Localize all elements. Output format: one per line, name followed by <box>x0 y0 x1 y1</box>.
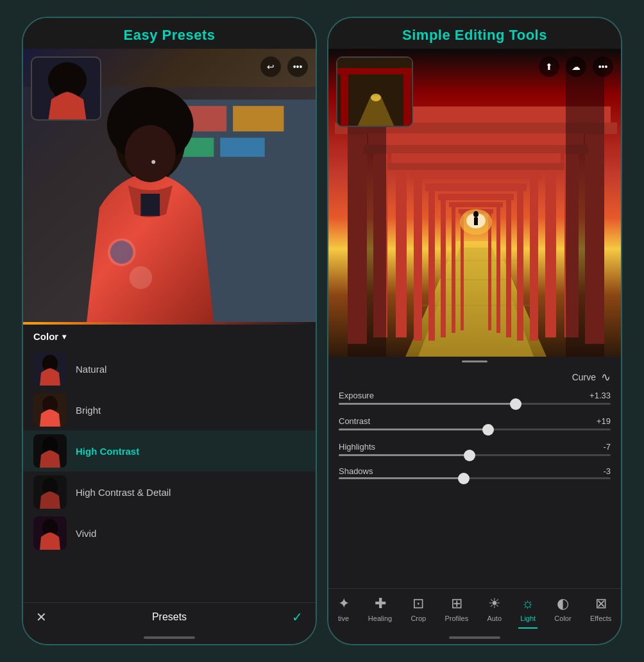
shadows-fill <box>339 477 464 479</box>
toolbar-profiles[interactable]: ⊞ Profiles <box>439 593 473 625</box>
right-bottom-toolbar: ✦ tive ✚ Healing ⊡ Crop ⊞ Profiles ☀ A <box>328 588 621 631</box>
cloud-button[interactable]: ☁ <box>566 56 586 77</box>
share-button[interactable]: ⬆ <box>539 56 559 77</box>
svg-rect-5 <box>233 106 284 132</box>
preset-name-vivid: Vivid <box>76 528 96 539</box>
exposure-thumb <box>510 398 521 410</box>
preset-item-bright[interactable]: Bright <box>23 389 316 430</box>
highlights-thumb <box>464 450 475 461</box>
left-bottom-bar: ✕ Presets ✓ <box>23 602 316 631</box>
svg-point-10 <box>125 125 176 182</box>
right-photo-icons: ⬆ ☁ ••• <box>539 56 613 77</box>
right-phone-header: Simple Editing Tools <box>328 18 621 49</box>
left-home-bar <box>144 636 195 639</box>
preset-thumb-high-contrast-detail <box>33 475 67 509</box>
shadows-track[interactable] <box>339 477 611 479</box>
curve-icon[interactable]: ∿ <box>601 370 611 384</box>
left-phone-header: Easy Presets <box>23 18 316 49</box>
toolbar-effects[interactable]: ⊠ Effects <box>585 593 616 625</box>
exposure-label: Exposure <box>339 391 374 400</box>
app-container: Easy Presets <box>0 0 644 662</box>
close-button[interactable]: ✕ <box>36 609 47 625</box>
highlights-fill <box>339 454 470 456</box>
svg-rect-50 <box>425 183 527 191</box>
adaptive-label: tive <box>338 615 349 622</box>
left-phone-title: Easy Presets <box>23 27 316 44</box>
left-thumbnail <box>31 56 101 121</box>
preset-thumb-vivid <box>33 516 67 550</box>
toolbar-crop[interactable]: ⊡ Crop <box>405 593 431 625</box>
svg-rect-40 <box>364 145 588 154</box>
svg-rect-54 <box>452 205 455 333</box>
effects-icon: ⊠ <box>595 595 607 612</box>
contrast-label: Contrast <box>339 416 370 426</box>
curve-label: Curve <box>572 372 596 382</box>
svg-point-14 <box>130 266 153 289</box>
svg-rect-53 <box>438 194 514 200</box>
toolbar-healing[interactable]: ✚ Healing <box>363 593 397 625</box>
highlights-label: Highlights <box>339 442 375 452</box>
left-photo-icons: ↩ ••• <box>260 56 308 77</box>
shadows-label: Shadows <box>339 466 373 476</box>
toolbar-light[interactable]: ☼ Light <box>515 593 541 625</box>
contrast-track[interactable] <box>339 429 611 430</box>
toolbar-adaptive[interactable]: ✦ tive <box>333 593 355 625</box>
exposure-value: +1.33 <box>589 391 611 400</box>
light-icon: ☼ <box>521 595 534 612</box>
svg-point-62 <box>473 211 479 217</box>
svg-rect-47 <box>410 170 542 179</box>
left-phone-frame: Easy Presets <box>22 17 317 645</box>
svg-rect-15 <box>140 194 160 216</box>
svg-point-11 <box>151 160 155 164</box>
healing-label: Healing <box>368 615 392 622</box>
curve-header: Curve ∿ <box>328 365 621 387</box>
svg-rect-63 <box>474 217 478 225</box>
right-photo-area: ⬆ ☁ ••• <box>328 49 621 357</box>
right-home-indicator <box>328 631 621 644</box>
preset-item-vivid[interactable]: Vivid <box>23 513 316 554</box>
profiles-icon: ⊞ <box>451 595 462 612</box>
svg-rect-45 <box>414 174 422 341</box>
preset-name-high-contrast-detail: High Contrast & Detail <box>76 487 171 498</box>
preset-category-label: Color <box>33 331 58 342</box>
auto-label: Auto <box>487 615 502 622</box>
shadows-value: -3 <box>603 466 611 476</box>
highlights-row: Highlights -7 <box>328 438 621 464</box>
toolbar-items: ✦ tive ✚ Healing ⊡ Crop ⊞ Profiles ☀ A <box>328 593 621 625</box>
more-button[interactable]: ••• <box>287 56 308 77</box>
effects-label: Effects <box>590 615 611 622</box>
svg-rect-41 <box>396 158 407 337</box>
svg-rect-70 <box>403 71 411 127</box>
highlights-value: -7 <box>603 442 611 452</box>
highlights-track[interactable] <box>339 454 611 456</box>
right-home-bar <box>449 636 500 639</box>
more-options-button[interactable]: ••• <box>593 56 613 77</box>
preset-category-header[interactable]: Color ▾ <box>23 325 316 348</box>
drag-handle <box>462 361 487 362</box>
adaptive-icon: ✦ <box>338 595 350 612</box>
toolbar-auto[interactable]: ☀ Auto <box>482 593 507 625</box>
svg-point-13 <box>110 241 133 264</box>
left-photo-area: ↩ ••• <box>23 49 316 325</box>
presets-label: Presets <box>152 611 187 623</box>
preset-thumb-bright <box>33 393 67 427</box>
right-phone-frame: Simple Editing Tools <box>327 17 622 645</box>
toolbar-color[interactable]: ◐ Color <box>549 593 576 625</box>
preset-panel: Color ▾ Natural <box>23 325 316 602</box>
confirm-button[interactable]: ✓ <box>292 609 303 625</box>
color-icon: ◐ <box>557 595 569 612</box>
exposure-track[interactable] <box>339 403 611 405</box>
contrast-fill <box>339 429 488 430</box>
preset-item-high-contrast-detail[interactable]: High Contrast & Detail <box>23 471 316 513</box>
undo-button[interactable]: ↩ <box>260 56 281 77</box>
preset-name-high-contrast: High Contrast <box>76 446 139 457</box>
preset-item-high-contrast[interactable]: High Contrast <box>23 430 316 471</box>
shadows-row: Shadows -3 <box>328 464 621 484</box>
preset-item-natural[interactable]: Natural <box>23 348 316 389</box>
svg-rect-55 <box>496 205 500 333</box>
svg-rect-52 <box>506 196 511 337</box>
profiles-label: Profiles <box>445 615 468 622</box>
editing-panel: Curve ∿ Exposure +1.33 Contrast +19 <box>328 357 621 588</box>
light-label: Light <box>520 615 536 622</box>
svg-rect-48 <box>428 187 435 341</box>
